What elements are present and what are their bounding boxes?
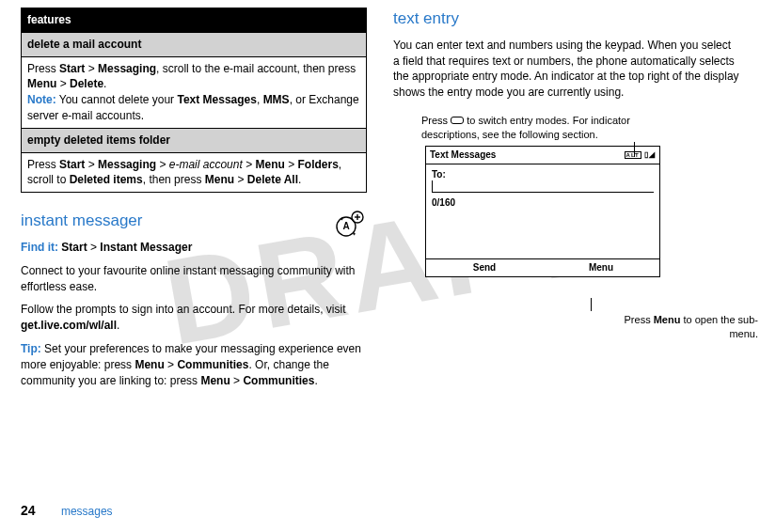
te-body-1: You can enter text and numbers using the… <box>393 38 739 101</box>
left-column: features delete a mail account Press Sta… <box>21 8 367 396</box>
svg-text:A: A <box>342 221 349 231</box>
phone-char-count: 0/160 <box>432 196 654 210</box>
phone-to-label: To: <box>432 168 654 181</box>
page-footer: 24 messages <box>21 502 113 521</box>
im-badge-icon: A ✦ ✦ <box>335 210 367 238</box>
page-columns: features delete a mail account Press Sta… <box>0 0 760 396</box>
features-table: features delete a mail account Press Sta… <box>21 8 367 193</box>
phone-caption-bottom: Press Menu to open the sub-menu. <box>608 313 758 342</box>
key-icon <box>451 117 464 124</box>
features-header: features <box>22 8 367 33</box>
phone-to-field <box>432 181 654 193</box>
im-findit: Find it: Start > Instant Messager <box>21 240 367 256</box>
page-number: 24 <box>21 503 36 518</box>
page-section: messages <box>61 505 113 518</box>
note-label: Note: <box>27 93 56 106</box>
text-cursor-icon <box>432 180 433 192</box>
im-tip: Tip: Set your preferences to make your m… <box>21 341 367 388</box>
phone-titlebar: Text Messages ALT ▯◢ <box>426 147 659 164</box>
svg-text:✦: ✦ <box>352 231 356 237</box>
row-delete-mail-head: delete a mail account <box>22 32 367 56</box>
leader-line-top <box>634 142 635 157</box>
phone-title: Text Messages <box>430 149 496 162</box>
svg-text:✦: ✦ <box>340 216 344 222</box>
im-heading: instant messager A ✦ ✦ <box>21 210 367 232</box>
im-body-2: Follow the prompts to sign into an accou… <box>21 302 367 334</box>
row-delete-mail-body: Press Start > Messaging, scroll to the e… <box>22 56 367 128</box>
phone-status-icons: ALT ▯◢ <box>625 149 656 160</box>
row-empty-deleted-head: empty deleted items folder <box>22 128 367 152</box>
phone-diagram: Press to switch entry modes. For indicat… <box>425 146 739 277</box>
softkey-menu: Menu <box>543 259 659 276</box>
softkey-send: Send <box>426 259 543 276</box>
leader-line-bottom <box>591 298 592 311</box>
row-empty-deleted-body: Press Start > Messaging > e-mail account… <box>22 152 367 193</box>
phone-body: To: 0/160 <box>426 164 659 258</box>
right-column: text entry You can enter text and number… <box>393 8 739 396</box>
te-heading: text entry <box>393 8 739 30</box>
im-body-1: Connect to your favourite online instant… <box>21 263 367 295</box>
phone-screen: Text Messages ALT ▯◢ To: 0/160 Send Menu <box>425 146 660 277</box>
phone-softkeys: Send Menu <box>426 258 659 276</box>
phone-caption-top: Press to switch entry modes. For indicat… <box>421 114 666 143</box>
